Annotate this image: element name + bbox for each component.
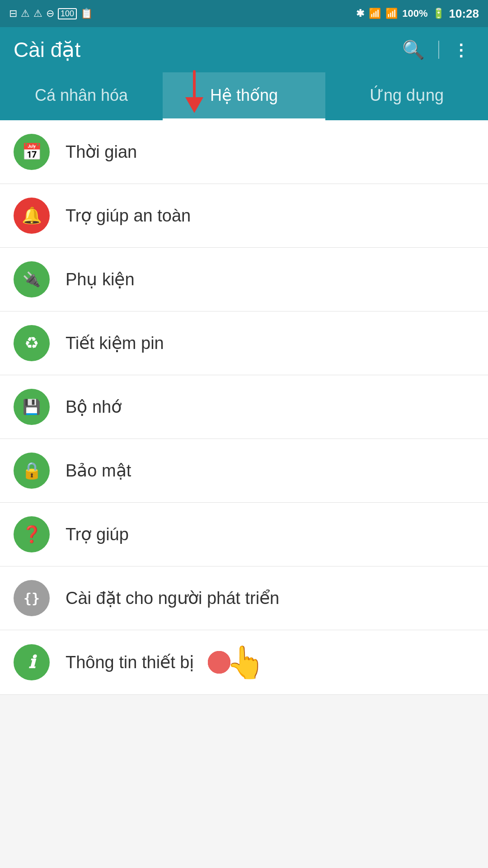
bo-nho-label: Bộ nhớ <box>66 397 122 417</box>
wifi-icon: 📶 <box>369 8 381 19</box>
arrow-stem <box>193 70 196 97</box>
tab-ca-nhan-hoa[interactable]: Cá nhân hóa <box>0 72 163 120</box>
hand-cursor-icon: 👆 <box>226 644 265 681</box>
action-divider <box>438 41 439 59</box>
thoi-gian-icon: 📅 <box>14 134 50 170</box>
badge-100: 100 <box>58 8 77 19</box>
list-item-thoi-gian[interactable]: 📅 Thời gian <box>0 120 488 184</box>
pulse-ring-3 <box>208 651 230 674</box>
gallery-icon: ⊟ <box>9 8 17 19</box>
list-item-thong-tin-tb[interactable]: ℹ Thông tin thiết bị 👆 <box>0 630 488 695</box>
list-item-cai-dat-npt[interactable]: {} Cài đặt cho người phát triển <box>0 566 488 630</box>
list-item-bao-mat[interactable]: 🔒 Bảo mật <box>0 439 488 503</box>
app-bar: Cài đặt 🔍 ⋮ <box>0 27 488 72</box>
status-icons-left: ⊟ ⚠ ⚠ ⊖ 100 📋 <box>9 8 93 19</box>
battery-percent: 100% <box>402 8 427 19</box>
battery-icon: 🔋 <box>432 8 445 19</box>
more-icon: ⋮ <box>453 41 470 60</box>
more-options-button[interactable]: ⋮ <box>448 35 474 65</box>
signal-icon: 📶 <box>385 8 398 19</box>
phu-kien-icon: 🔌 <box>14 261 50 297</box>
app-bar-actions: 🔍 ⋮ <box>398 35 474 65</box>
cai-dat-npt-label: Cài đặt cho người phát triển <box>66 588 279 608</box>
thong-tin-tb-icon: ℹ <box>14 644 50 680</box>
list-item-bo-nho[interactable]: 💾 Bộ nhớ <box>0 375 488 439</box>
tiet-kiem-pin-label: Tiết kiệm pin <box>66 333 164 353</box>
tro-giup-label: Trợ giúp <box>66 524 129 544</box>
list-item-tro-giup[interactable]: ❓ Trợ giúp <box>0 503 488 566</box>
doc-icon: 📋 <box>80 8 93 19</box>
settings-list: 📅 Thời gian 🔔 Trợ giúp an toàn 🔌 Phụ kiệ… <box>0 120 488 695</box>
thong-tin-tb-label: Thông tin thiết bị <box>66 652 194 672</box>
list-item-tiet-kiem-pin[interactable]: ♻ Tiết kiệm pin <box>0 311 488 375</box>
bluetooth-icon: ✱ <box>356 8 364 19</box>
pulse-dot <box>208 651 230 674</box>
phu-kien-label: Phụ kiện <box>66 269 135 289</box>
tab-ung-dung[interactable]: Ứng dụng <box>325 72 488 120</box>
warning-icon-2: ⚠ <box>33 8 42 19</box>
list-item-tro-giup-an-toan[interactable]: 🔔 Trợ giúp an toàn <box>0 184 488 248</box>
list-item-phu-kien[interactable]: 🔌 Phụ kiện <box>0 248 488 311</box>
bao-mat-icon: 🔒 <box>14 453 50 489</box>
tro-giup-an-toan-label: Trợ giúp an toàn <box>66 206 191 226</box>
cai-dat-npt-icon: {} <box>14 580 50 616</box>
thong-tin-tb-content: Thông tin thiết bị 👆 <box>66 644 474 681</box>
status-icons-right: ✱ 📶 📶 100% 🔋 10:28 <box>356 7 479 21</box>
tiet-kiem-pin-icon: ♻ <box>14 325 50 361</box>
time-display: 10:28 <box>449 7 479 21</box>
app-title: Cài đặt <box>14 38 80 62</box>
tab-bar: Cá nhân hóa Hệ thống Ứng dụng <box>0 72 488 120</box>
minus-icon: ⊖ <box>46 8 54 19</box>
search-button[interactable]: 🔍 <box>398 35 429 65</box>
tro-giup-an-toan-icon: 🔔 <box>14 198 50 234</box>
thoi-gian-label: Thời gian <box>66 142 137 162</box>
arrow-head <box>185 97 203 113</box>
arrow-annotation <box>185 70 203 113</box>
touch-indicator: 👆 <box>208 644 265 681</box>
status-bar: ⊟ ⚠ ⚠ ⊖ 100 📋 ✱ 📶 📶 100% 🔋 10:28 <box>0 0 488 27</box>
tro-giup-icon: ❓ <box>14 516 50 552</box>
bo-nho-icon: 💾 <box>14 389 50 425</box>
bao-mat-label: Bảo mật <box>66 461 131 481</box>
search-icon: 🔍 <box>402 40 425 60</box>
warning-icon-1: ⚠ <box>21 8 30 19</box>
